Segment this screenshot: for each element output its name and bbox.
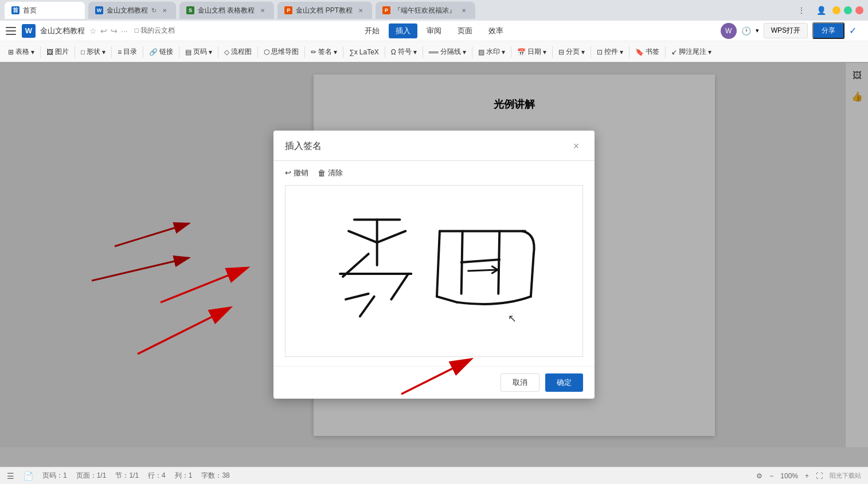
ribbon-label-symbol: 符号 xyxy=(398,47,412,57)
symbol-icon: Ω xyxy=(391,48,396,56)
undo-icon[interactable]: ↩ xyxy=(100,26,107,36)
ribbon-pagebreak[interactable]: ⊟ 分页 ▾ xyxy=(555,45,588,59)
ribbon-toc[interactable]: ≡ 目录 xyxy=(114,45,140,59)
redo-icon[interactable]: ↪ xyxy=(111,26,118,36)
confirm-button[interactable]: 确定 xyxy=(545,373,583,392)
menu-start[interactable]: 开始 xyxy=(358,23,386,38)
status-plus-icon[interactable]: + xyxy=(805,472,809,480)
ribbon-image[interactable]: 🖼 图片 xyxy=(43,45,72,59)
clock-icon[interactable]: 🕐 xyxy=(741,26,751,36)
ribbon-footnote[interactable]: ↙ 脚注尾注 ▾ xyxy=(668,45,715,59)
tab-close-festival[interactable]: ✕ xyxy=(459,6,468,15)
ribbon-label-date: 日期 xyxy=(527,47,541,57)
more-icon[interactable]: ··· xyxy=(121,26,128,36)
ribbon-separator-10 xyxy=(385,46,385,58)
tab-sheet[interactable]: S 金山文档 表格教程 ✕ xyxy=(179,2,274,19)
window-maximize[interactable] xyxy=(844,6,852,14)
ribbon-link[interactable]: 🔗 链接 xyxy=(146,45,177,59)
status-fullscreen-icon[interactable]: ⛶ xyxy=(816,472,823,480)
status-page-icon[interactable]: 📄 xyxy=(24,471,33,481)
ribbon-label-bookmark: 书签 xyxy=(646,47,659,57)
ribbon-separator-4 xyxy=(143,46,143,58)
status-pages-label: 页面：1/1 xyxy=(76,471,107,481)
modal-overlay: 插入签名 × ↩ 撤销 🗑 清除 xyxy=(0,62,868,467)
ribbon-separator-8 xyxy=(304,46,305,58)
tab-close-wps[interactable]: ✕ xyxy=(160,6,169,15)
image-icon: 🖼 xyxy=(46,48,53,56)
browser-person-icon[interactable]: 👤 xyxy=(813,2,829,18)
signature-canvas[interactable]: ↖ xyxy=(285,185,583,357)
ribbon-separator-9 xyxy=(343,46,343,58)
ribbon-signature[interactable]: ✏ 签名 ▾ xyxy=(307,45,341,59)
checkmark-icon[interactable]: ✓ xyxy=(849,25,857,36)
ribbon-latex[interactable]: ∑x LaTeX xyxy=(346,46,382,58)
latex-icon: ∑x xyxy=(349,48,358,56)
tab-festival[interactable]: P 『端午狂欢祝福浓』 ✕ xyxy=(376,2,475,19)
ribbon-separator-16 xyxy=(629,46,630,58)
ribbon-watermark[interactable]: ▨ 水印 ▾ xyxy=(475,45,509,59)
avatar-icon[interactable]: W xyxy=(721,23,737,39)
ribbon-label-shape: 形状 xyxy=(87,47,100,57)
ribbon-date[interactable]: 📅 日期 ▾ xyxy=(514,45,550,59)
share-button[interactable]: 分享 xyxy=(812,22,844,39)
clear-button[interactable]: 🗑 清除 xyxy=(318,168,343,178)
modal-title: 插入签名 xyxy=(285,140,322,152)
ribbon-separator-3 xyxy=(111,46,112,58)
tab-label-sheet: 金山文档 表格教程 xyxy=(198,6,255,15)
undo-button[interactable]: ↩ 撤销 xyxy=(285,168,308,178)
insert-signature-modal: 插入签名 × ↩ 撤销 🗑 清除 xyxy=(273,131,595,399)
modal-close-button[interactable]: × xyxy=(569,140,583,154)
tab-wps-doc[interactable]: W 金山文档教程 ↻ ✕ xyxy=(88,2,176,19)
ribbon-separator-13 xyxy=(511,46,511,58)
tab-label-ppt: 金山文档 PPT教程 xyxy=(296,6,353,15)
title-icons: ☆ ↩ ↪ ··· xyxy=(89,26,128,36)
status-settings-icon[interactable]: ⚙ xyxy=(756,472,763,480)
menu-efficiency[interactable]: 效率 xyxy=(482,23,510,38)
watermark-icon: ▨ xyxy=(478,48,484,56)
date-icon: 📅 xyxy=(517,48,526,56)
tab-favicon-home: 首 xyxy=(11,6,19,14)
chevron-control: ▾ xyxy=(620,48,623,56)
window-close[interactable] xyxy=(855,6,863,14)
chevron-shape: ▾ xyxy=(102,48,105,56)
tab-close-sheet[interactable]: ✕ xyxy=(258,6,267,15)
ribbon-label-table: 表格 xyxy=(15,47,29,57)
window-minimize[interactable] xyxy=(832,6,840,14)
ribbon-bookmark[interactable]: 🔖 书签 xyxy=(632,45,663,59)
hamburger-menu[interactable] xyxy=(5,25,17,37)
menu-review[interactable]: 审阅 xyxy=(420,23,448,38)
ribbon-separator-1 xyxy=(40,46,41,58)
ribbon-symbol[interactable]: Ω 符号 ▾ xyxy=(388,45,420,59)
browser-menu-icon[interactable]: ⋮ xyxy=(793,2,810,18)
chevron-pagenum: ▾ xyxy=(209,48,212,56)
divider-icon: ══ xyxy=(429,48,439,56)
ribbon-control[interactable]: ⊡ 控件 ▾ xyxy=(593,45,627,59)
menu-insert[interactable]: 插入 xyxy=(389,23,417,38)
tab-close-ppt[interactable]: ✕ xyxy=(356,6,365,15)
chevron-date: ▾ xyxy=(543,48,546,56)
ribbon-separator-17 xyxy=(665,46,666,58)
star-icon[interactable]: ☆ xyxy=(89,26,97,36)
pagenum-icon: ▤ xyxy=(185,48,191,56)
ribbon-pagenum[interactable]: ▤ 页码 ▾ xyxy=(182,45,216,59)
ribbon-shape[interactable]: □ 形状 ▾ xyxy=(77,45,109,59)
ribbon-label-image: 图片 xyxy=(55,47,69,57)
ribbon-mindmap[interactable]: ⬡ 思维导图 xyxy=(260,45,302,59)
tab-home[interactable]: 首 首页 xyxy=(5,2,85,19)
ribbon-divider[interactable]: ══ 分隔线 ▾ xyxy=(425,45,470,59)
clock-separator: ▾ xyxy=(756,27,759,34)
cloud-label[interactable]: □ 我的云文档 xyxy=(135,26,175,36)
tab-reload-icon[interactable]: ↻ xyxy=(151,7,157,14)
status-minus-icon[interactable]: − xyxy=(769,472,773,480)
bookmark-icon: 🔖 xyxy=(635,48,644,56)
wps-open-button[interactable]: WPS打开 xyxy=(764,23,808,38)
tab-ppt[interactable]: P 金山文档 PPT教程 ✕ xyxy=(277,2,372,19)
status-bar: ☰ 📄 页码：1 页面：1/1 节：1/1 行：4 列：1 字数：38 ⚙ − … xyxy=(0,467,868,484)
ribbon-table[interactable]: ⊞ 表格 ▾ xyxy=(5,45,38,59)
ribbon-flowchart[interactable]: ◇ 流程图 xyxy=(221,45,255,59)
status-toolbar-icon[interactable]: ☰ xyxy=(7,471,14,481)
cancel-button[interactable]: 取消 xyxy=(501,373,539,392)
chevron-divider: ▾ xyxy=(463,48,466,56)
flowchart-icon: ◇ xyxy=(224,48,229,56)
menu-page[interactable]: 页面 xyxy=(451,23,479,38)
